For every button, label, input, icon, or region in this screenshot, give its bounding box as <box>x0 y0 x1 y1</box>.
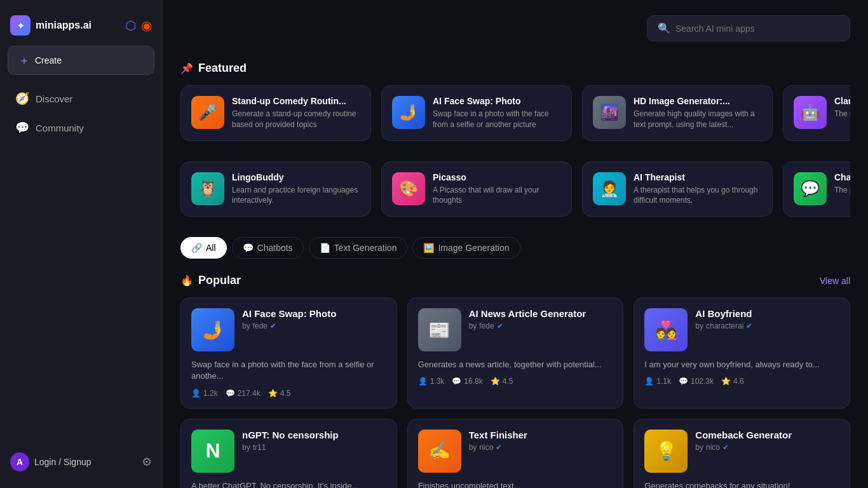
sidebar-item-discover[interactable]: 🧭 Discover <box>8 85 154 112</box>
app-desc-textfinisher: Finishes uncompleted text. <box>418 480 613 488</box>
featured-card-chatgpt[interactable]: 💬 ChatG... The pop... you with... <box>783 161 850 217</box>
user-initial: A <box>17 457 23 467</box>
tab-all[interactable]: 🔗 All <box>180 237 227 259</box>
verified-badge-comeback: ✔ <box>722 443 729 452</box>
card-info-standup: Stand-up Comedy Routin... Generate a sta… <box>232 96 360 130</box>
sidebar-item-community[interactable]: 💬 Community <box>8 114 154 141</box>
app-card-faceswap[interactable]: 🤳 AI Face Swap: Photo by fede ✔ Swap fac… <box>180 297 397 408</box>
featured-title-text: Featured <box>198 62 247 75</box>
app-author-name-textfinisher: nico <box>479 443 493 452</box>
reddit-icon[interactable]: ◉ <box>141 18 152 33</box>
tab-all-icon: 🔗 <box>191 243 202 253</box>
featured-card-claude[interactable]: 🤖 Claude... The new... AI mode... <box>783 85 850 141</box>
search-box[interactable]: 🔍 <box>647 15 850 41</box>
tab-image[interactable]: 🖼️ Image Generation <box>412 237 520 259</box>
category-tabs: 🔗 All 💬 Chatbots 📄 Text Generation 🖼️ Im… <box>180 237 850 259</box>
view-all-button[interactable]: View all <box>820 276 850 286</box>
app-desc-boyfriend: I am your very own boyfriend, always rea… <box>644 359 839 370</box>
app-thumb-ngpt: N <box>191 430 234 473</box>
app-info-boyfriend: AI Boyfriend by characterai ✔ <box>695 308 839 351</box>
app-card-textfinisher[interactable]: ✍️ Text Finisher by nico ✔ Finishes unco… <box>407 419 624 488</box>
app-info-textfinisher: Text Finisher by nico ✔ <box>469 430 613 473</box>
app-author-faceswap: by fede ✔ <box>242 322 386 330</box>
app-desc-faceswap: Swap face in a photo with the face from … <box>191 359 386 382</box>
featured-card-hdimage[interactable]: 🌆 HD Image Generator:... Generate high q… <box>582 85 773 141</box>
card-info-picasso: Picasso A Picasso that will draw all you… <box>433 172 561 207</box>
popular-grid: 🤳 AI Face Swap: Photo by fede ✔ Swap fac… <box>180 297 850 488</box>
featured-row-1: 🎤 Stand-up Comedy Routin... Generate a s… <box>180 85 850 144</box>
app-name-ainews: AI News Article Generator <box>469 308 613 319</box>
stat-users-faceswap: 👤 1.2k <box>191 389 218 398</box>
user-avatar: A <box>10 452 29 471</box>
card-thumb-claude: 🤖 <box>794 96 827 129</box>
sidebar-item-community-label: Community <box>36 123 84 133</box>
stat-comments-ainews: 💬 16.8k <box>452 377 482 386</box>
app-name-textfinisher: Text Finisher <box>469 430 613 440</box>
app-card-comeback-top: 💡 Comeback Generator by nico ✔ <box>644 430 839 473</box>
featured-title: 📌 Featured <box>180 62 247 75</box>
tab-chatbots[interactable]: 💬 Chatbots <box>232 237 304 259</box>
stat-users-ainews: 👤 1.3k <box>418 377 445 386</box>
featured-card-lingo[interactable]: 🦉 LingoBuddy Learn and practice foreign … <box>180 161 371 217</box>
app-thumb-boyfriend: 💑 <box>644 308 688 351</box>
card-title-picasso: Picasso <box>433 172 561 182</box>
tab-text-icon: 📄 <box>320 243 330 253</box>
tab-all-label: All <box>206 243 216 253</box>
card-title-chatgpt: ChatG... <box>834 172 850 182</box>
app-thumb-comeback: 💡 <box>644 430 688 473</box>
card-title-therapist: AI Therapist <box>634 172 762 182</box>
featured-card-therapist[interactable]: 🧑‍⚕️ AI Therapist A therapist that helps… <box>582 161 773 217</box>
tab-image-icon: 🖼️ <box>423 243 434 253</box>
card-info-claude: Claude... The new... AI mode... <box>834 96 850 130</box>
app-author-name-ngpt: tr11 <box>253 443 266 452</box>
app-card-ngpt-top: N nGPT: No censorship by tr11 <box>191 430 386 473</box>
app-author-ainews: by fede ✔ <box>469 322 613 330</box>
stat-rating-boyfriend: ⭐ 4.6 <box>721 377 744 386</box>
main-content: 🔍 📌 Featured 🎤 Stand-up Comedy Routin...… <box>163 0 868 488</box>
verified-badge-boyfriend: ✔ <box>746 322 752 330</box>
card-desc-claude: The new... AI mode... <box>834 109 850 119</box>
app-card-ainews[interactable]: 📰 AI News Article Generator by fede ✔ Ge… <box>407 297 624 408</box>
card-thumb-picasso: 🎨 <box>392 172 425 205</box>
app-card-boyfriend[interactable]: 💑 AI Boyfriend by characterai ✔ I am you… <box>634 297 850 408</box>
sidebar-bottom: A Login / Signup ⚙ <box>8 446 154 478</box>
app-stats-boyfriend: 👤 1.1k 💬 102.3k ⭐ 4.6 <box>644 377 839 386</box>
verified-badge-ainews: ✔ <box>497 322 503 330</box>
card-thumb-therapist: 🧑‍⚕️ <box>593 172 626 205</box>
app-card-textfinisher-top: ✍️ Text Finisher by nico ✔ <box>418 430 613 473</box>
card-desc-chatgpt: The pop... you with... <box>834 185 850 196</box>
app-desc-ainews: Generates a news article, together with … <box>418 359 613 370</box>
card-info-therapist: AI Therapist A therapist that helps you … <box>634 172 762 207</box>
card-title-standup: Stand-up Comedy Routin... <box>232 96 360 106</box>
featured-card-standup[interactable]: 🎤 Stand-up Comedy Routin... Generate a s… <box>180 85 371 141</box>
app-name-comeback: Comeback Generator <box>695 430 839 440</box>
app-card-faceswap-top: 🤳 AI Face Swap: Photo by fede ✔ <box>191 308 386 351</box>
discord-icon[interactable]: ⬡ <box>125 18 136 33</box>
card-title-lingo: LingoBuddy <box>232 172 360 182</box>
topbar: 🔍 <box>180 15 850 46</box>
app-card-comeback[interactable]: 💡 Comeback Generator by nico ✔ Generates… <box>634 419 850 488</box>
settings-button[interactable]: ⚙ <box>142 455 152 469</box>
sidebar: ✦ miniapps.ai ⬡ ◉ ＋ Create 🧭 Discover 💬 … <box>0 0 163 488</box>
verified-badge-textfinisher: ✔ <box>496 443 502 452</box>
app-thumb-textfinisher: ✍️ <box>418 430 461 473</box>
create-button[interactable]: ＋ Create <box>8 46 154 75</box>
featured-header: 📌 Featured <box>180 62 850 75</box>
app-card-boyfriend-top: 💑 AI Boyfriend by characterai ✔ <box>644 308 839 351</box>
card-thumb-faceswap: 🤳 <box>392 96 425 129</box>
stat-rating-ainews: ⭐ 4.5 <box>491 377 513 386</box>
featured-row-2: 🦉 LingoBuddy Learn and practice foreign … <box>180 161 850 220</box>
card-desc-standup: Generate a stand-up comedy routine based… <box>232 109 360 130</box>
tab-text[interactable]: 📄 Text Generation <box>309 237 408 259</box>
tab-chatbots-label: Chatbots <box>257 243 293 253</box>
card-thumb-hdimage: 🌆 <box>593 96 626 129</box>
card-info-faceswap: AI Face Swap: Photo Swap face in a photo… <box>433 96 561 130</box>
search-input[interactable] <box>675 24 839 34</box>
featured-card-picasso[interactable]: 🎨 Picasso A Picasso that will draw all y… <box>381 161 572 217</box>
app-author-name-faceswap: fede <box>253 322 268 330</box>
featured-card-faceswap[interactable]: 🤳 AI Face Swap: Photo Swap face in a pho… <box>381 85 572 141</box>
user-login[interactable]: A Login / Signup <box>10 452 92 471</box>
card-thumb-lingo: 🦉 <box>191 172 224 205</box>
app-card-ngpt[interactable]: N nGPT: No censorship by tr11 A better C… <box>180 419 397 488</box>
stat-comments-faceswap: 💬 217.4k <box>226 389 261 398</box>
